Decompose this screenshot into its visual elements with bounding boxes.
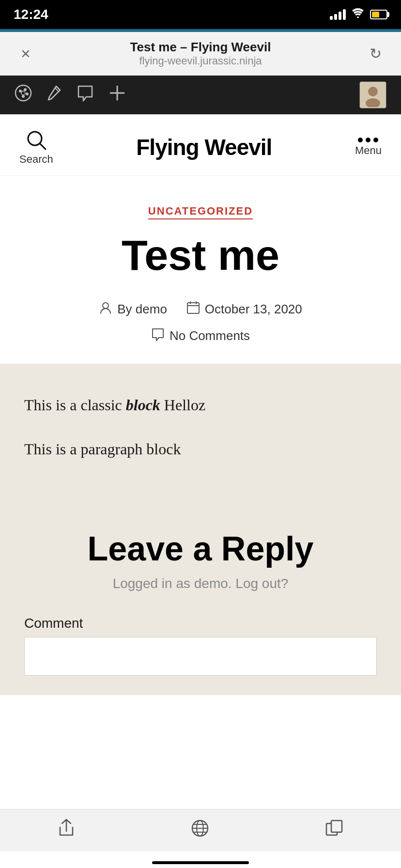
body-paragraph-1: This is a classic block Helloz [24,393,377,418]
globe-button[interactable] [190,819,210,842]
post-meta: By demo October 13, 2020 [19,301,382,318]
palette-icon[interactable] [15,84,32,106]
browser-bottombar [0,809,401,852]
post-category[interactable]: UNCATEGORIZED [148,205,253,219]
post-date-text: October 13, 2020 [205,302,302,317]
tabs-button[interactable] [324,819,344,842]
svg-point-11 [103,303,108,309]
reply-section: Leave a Reply Logged in as demo. Log out… [0,510,401,695]
logged-in-text: Logged in as demo. Log out? [24,576,377,591]
comment-input[interactable] [24,637,377,676]
svg-point-8 [368,87,378,96]
site-header: Search Flying Weevil Menu [0,114,401,176]
browser-topbar: × Test me – Flying Weevil flying-weevil.… [0,32,401,76]
svg-rect-12 [187,303,199,313]
comments-icon [151,327,165,344]
post-date: October 13, 2020 [186,301,302,318]
svg-point-3 [24,88,27,91]
post-comments[interactable]: No Comments [19,327,382,344]
toolbar-tools [15,84,126,106]
status-bar: 12:24 [0,0,401,29]
menu-button[interactable]: Menu [355,138,382,157]
browser-url: flying-weevil.jurassic.ninja [139,55,262,67]
body-paragraph-2: This is a paragraph block [24,437,377,462]
svg-point-10 [28,132,42,145]
home-indicator [152,861,249,864]
search-icon [25,129,47,151]
svg-point-0 [357,16,359,18]
search-label: Search [19,153,53,166]
svg-point-4 [26,93,29,95]
browser-close-button[interactable]: × [14,44,38,63]
menu-dots-icon [358,138,378,142]
svg-rect-16 [331,821,342,832]
site-title: Flying Weevil [136,134,272,160]
add-icon[interactable] [108,84,126,106]
share-button[interactable] [57,819,76,842]
post-author: By demo [99,301,167,318]
comment-label: Comment [24,616,377,631]
browser-url-area: Test me – Flying Weevil flying-weevil.ju… [38,40,363,67]
post-body: This is a classic block Helloz This is a… [0,364,401,510]
browser-tab-title: Test me – Flying Weevil [130,40,271,55]
post-header-area: UNCATEGORIZED Test me By demo Oct [0,176,401,364]
user-avatar[interactable] [359,81,386,108]
calendar-icon [186,301,200,318]
wifi-icon [352,8,364,21]
pen-icon[interactable] [46,84,62,106]
status-time: 12:24 [14,7,48,22]
svg-point-5 [22,95,25,98]
comments-text: No Comments [170,328,250,343]
author-icon [99,301,112,318]
battery-icon [370,10,387,19]
signal-icon [330,9,346,20]
post-title: Test me [19,234,382,277]
menu-label: Menu [355,144,382,157]
status-icons [330,8,387,21]
post-author-text: By demo [117,302,167,317]
reply-title: Leave a Reply [24,529,377,568]
comment-icon[interactable] [77,84,94,106]
svg-point-6 [21,91,25,95]
browser-toolbar [0,76,401,114]
browser-refresh-button[interactable]: ↻ [363,45,387,62]
search-button[interactable]: Search [19,129,53,166]
